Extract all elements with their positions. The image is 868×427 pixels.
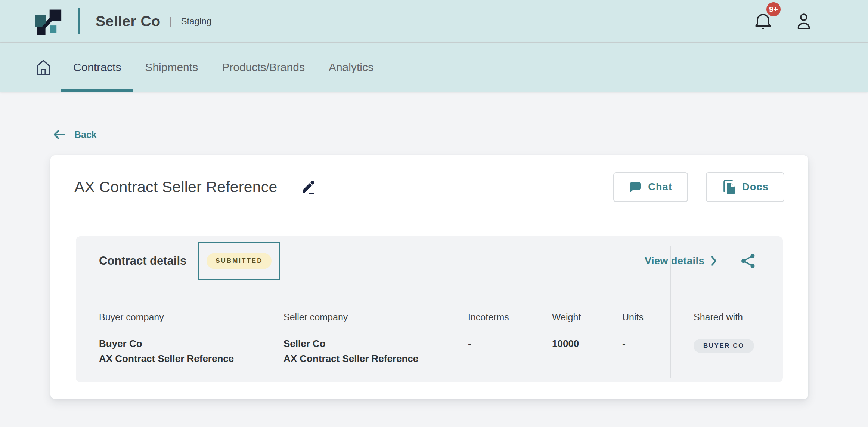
- units-value: -: [622, 336, 670, 351]
- tab-contracts[interactable]: Contracts: [61, 43, 133, 92]
- field-label: Weight: [552, 312, 622, 323]
- field-seller-company: Seller company Seller Co AX Contract Sel…: [283, 312, 468, 366]
- share-icon: [741, 254, 755, 268]
- field-label: Buyer company: [99, 312, 283, 323]
- field-label: Shared with: [694, 312, 754, 323]
- notifications-button[interactable]: 9+: [754, 12, 772, 31]
- details-heading: Contract details: [99, 254, 186, 268]
- field-units: Units -: [622, 312, 670, 351]
- top-header: Seller Co | Staging 9+: [0, 0, 868, 43]
- chat-icon: [629, 181, 642, 193]
- view-details-label: View details: [645, 255, 704, 267]
- contract-card: AX Contract Seller Reference Chat: [50, 155, 808, 399]
- environment-label: Staging: [181, 16, 211, 27]
- share-button[interactable]: [741, 254, 755, 268]
- arrow-left-icon: [53, 129, 65, 140]
- back-label: Back: [74, 129, 97, 140]
- field-label: Units: [622, 312, 670, 323]
- chevron-right-icon: [710, 255, 717, 267]
- seller-company-value: Seller Co: [283, 336, 468, 351]
- title-divider: [74, 216, 784, 216]
- field-buyer-company: Buyer company Buyer Co AX Contract Selle…: [99, 312, 283, 366]
- status-badge-container: SUBMITTED: [198, 242, 280, 280]
- page-content: Back AX Contract Seller Reference Chat: [0, 129, 868, 399]
- docs-button[interactable]: Docs: [706, 172, 784, 202]
- tab-label: Products/Brands: [222, 61, 305, 74]
- details-header: Contract details SUBMITTED View details: [76, 236, 783, 286]
- brand-divider: [78, 8, 80, 34]
- tab-products-brands[interactable]: Products/Brands: [210, 43, 317, 92]
- shared-with-divider: [670, 246, 671, 378]
- field-incoterms: Incoterms -: [468, 312, 552, 351]
- brand-name: Seller Co: [96, 13, 161, 30]
- person-icon: [796, 12, 811, 30]
- buyer-company-value: Buyer Co: [99, 336, 283, 351]
- brand-separator: |: [170, 16, 172, 27]
- tab-analytics[interactable]: Analytics: [317, 43, 385, 92]
- home-icon: [35, 59, 51, 76]
- edit-pencil-icon: [301, 180, 316, 195]
- details-fields: Buyer company Buyer Co AX Contract Selle…: [76, 286, 783, 366]
- buyer-reference-value: AX Contract Seller Reference: [99, 351, 283, 366]
- contract-title: AX Contract Seller Reference: [74, 178, 277, 196]
- edit-title-button[interactable]: [301, 180, 316, 195]
- contract-details-panel: Contract details SUBMITTED View details: [76, 236, 783, 382]
- chat-label: Chat: [648, 181, 672, 193]
- field-weight: Weight 10000: [552, 312, 622, 351]
- card-header: AX Contract Seller Reference Chat: [50, 155, 808, 202]
- tab-label: Shipments: [145, 61, 198, 74]
- docs-label: Docs: [742, 181, 769, 193]
- brand: Seller Co | Staging: [34, 7, 211, 35]
- docs-icon: [722, 179, 736, 195]
- view-details-link[interactable]: View details: [645, 255, 717, 267]
- home-button[interactable]: [35, 59, 51, 76]
- shared-with-badge: BUYER CO: [694, 339, 754, 353]
- field-label: Incoterms: [468, 312, 552, 323]
- account-button[interactable]: [796, 12, 811, 30]
- tab-label: Analytics: [329, 61, 373, 74]
- primary-nav: Contracts Shipments Products/Brands Anal…: [0, 43, 868, 92]
- company-logo-icon: [34, 7, 63, 35]
- seller-reference-value: AX Contract Seller Reference: [283, 351, 468, 366]
- back-link[interactable]: Back: [53, 129, 97, 140]
- incoterms-value: -: [468, 336, 552, 351]
- tab-label: Contracts: [73, 61, 121, 74]
- tab-shipments[interactable]: Shipments: [133, 43, 210, 92]
- status-badge: SUBMITTED: [207, 253, 272, 269]
- notification-badge: 9+: [766, 2, 781, 16]
- header-actions: 9+: [754, 12, 868, 31]
- weight-value: 10000: [552, 336, 622, 351]
- chat-button[interactable]: Chat: [613, 172, 688, 202]
- field-label: Seller company: [283, 312, 468, 323]
- field-shared-with: Shared with BUYER CO: [670, 312, 754, 353]
